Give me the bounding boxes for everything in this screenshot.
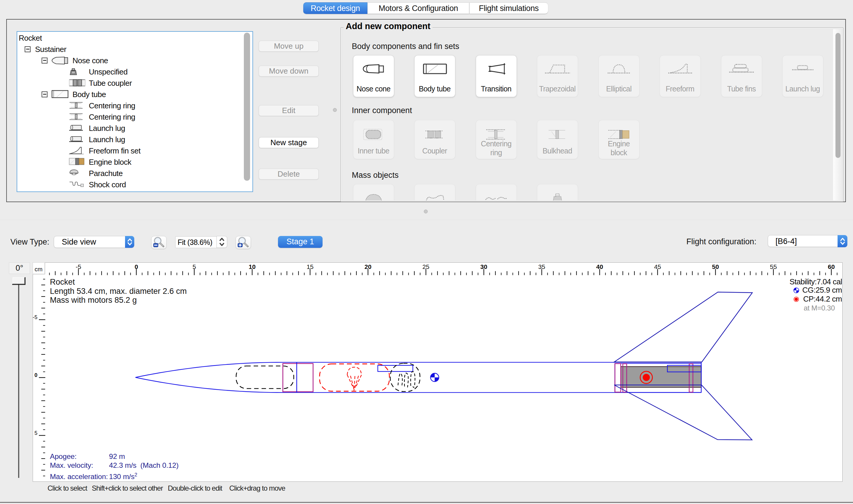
svg-text:Max. acceleration:: Max. acceleration: xyxy=(50,472,108,481)
svg-text:10: 10 xyxy=(249,263,256,270)
svg-text:45: 45 xyxy=(654,263,661,270)
svg-text:5: 5 xyxy=(192,263,196,270)
svg-text:at M=0.30: at M=0.30 xyxy=(804,304,835,312)
svg-text:35: 35 xyxy=(538,263,545,270)
svg-text:5: 5 xyxy=(34,430,37,436)
svg-text:50: 50 xyxy=(712,263,719,270)
svg-text:25: 25 xyxy=(422,263,429,270)
svg-text:Stability:7.04 cal: Stability:7.04 cal xyxy=(789,277,842,286)
svg-text:20: 20 xyxy=(364,263,371,270)
svg-text:Apogee:: Apogee: xyxy=(50,452,76,461)
svg-text:40: 40 xyxy=(596,263,603,270)
svg-text:42.3 m/s (Mach 0.12): 42.3 m/s (Mach 0.12) xyxy=(109,461,178,469)
svg-text:130 m/s2: 130 m/s2 xyxy=(109,472,137,481)
svg-text:0: 0 xyxy=(135,263,138,270)
svg-text:Max. velocity:: Max. velocity: xyxy=(50,461,93,469)
svg-text:15: 15 xyxy=(307,263,313,270)
svg-text:CP:44.2 cm: CP:44.2 cm xyxy=(803,294,842,303)
svg-text:-5: -5 xyxy=(33,314,37,320)
svg-text:Length 53.4 cm, max. diameter: Length 53.4 cm, max. diameter 2.6 cm xyxy=(50,287,187,295)
svg-text:30: 30 xyxy=(480,263,487,270)
svg-text:-5: -5 xyxy=(76,263,81,270)
svg-text:92 m: 92 m xyxy=(109,452,125,461)
svg-text:0: 0 xyxy=(34,372,37,378)
svg-text:55: 55 xyxy=(770,263,777,270)
svg-text:cm: cm xyxy=(35,266,43,272)
svg-text:Rocket: Rocket xyxy=(50,277,75,286)
svg-text:Mass with motors 85.2 g: Mass with motors 85.2 g xyxy=(50,295,137,305)
svg-text:CG:25.9 cm: CG:25.9 cm xyxy=(802,286,842,294)
svg-text:60: 60 xyxy=(828,263,835,270)
